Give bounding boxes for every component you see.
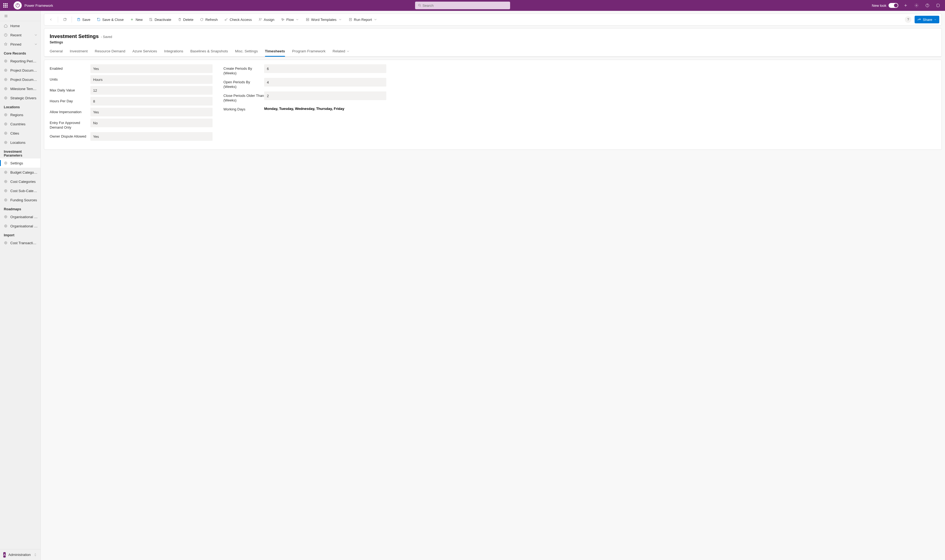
assign-button[interactable]: Assign [256, 15, 277, 24]
entity-icon [4, 78, 8, 82]
nav-cost-transactions[interactable]: Cost Transactions [0, 238, 40, 248]
help-button[interactable] [923, 0, 932, 11]
label-close-periods: Close Periods Older Than (Weeks) [224, 91, 264, 103]
save-close-button[interactable]: Save & Close [94, 15, 126, 24]
global-search[interactable] [415, 2, 510, 9]
word-templates-button[interactable]: Word Templates [303, 15, 344, 24]
nav-cities[interactable]: Cities [0, 129, 40, 138]
nav-locations[interactable]: Locations [0, 138, 40, 147]
gear-icon [914, 3, 919, 8]
flow-button[interactable]: Flow [278, 15, 302, 24]
tab-integrations[interactable]: Integrations [164, 49, 183, 57]
nav-project-doc-1[interactable]: Project Document... [0, 66, 40, 75]
nav-home[interactable]: Home [0, 21, 40, 31]
refresh-icon [200, 18, 203, 22]
field-hours-per-day[interactable]: 8 [90, 97, 213, 106]
nav-funding-sources[interactable]: Funding Sources [0, 195, 40, 205]
entity-icon [4, 59, 8, 63]
svg-rect-55 [306, 18, 309, 21]
tab-related[interactable]: Related [333, 49, 350, 57]
field-working-days[interactable]: Monday, Tuesday, Wednesday, Thursday, Fr… [264, 105, 386, 112]
svg-point-27 [5, 133, 6, 134]
nav-milestone-templates[interactable]: Milestone Templa... [0, 84, 40, 93]
arrow-left-icon [49, 18, 53, 22]
deactivate-icon [149, 18, 153, 22]
svg-point-53 [225, 19, 226, 21]
entity-icon [4, 180, 8, 183]
copilot-button[interactable] [934, 0, 943, 11]
tab-timesheets[interactable]: Timesheets [265, 49, 285, 57]
nav-org-ev-2[interactable]: Organisational Ev... [0, 222, 40, 231]
check-access-button[interactable]: Check Access [222, 15, 254, 24]
tab-resource-demand[interactable]: Resource Demand [95, 49, 125, 57]
svg-point-19 [5, 88, 6, 89]
form-help-button[interactable]: ? [905, 16, 911, 23]
sidebar-collapse-button[interactable] [0, 11, 40, 21]
save-close-icon [97, 18, 101, 22]
nav-recent[interactable]: Recent [0, 31, 40, 40]
share-button[interactable]: Share [914, 16, 939, 23]
back-button[interactable] [46, 15, 55, 24]
field-max-daily[interactable]: 12 [90, 86, 213, 95]
clock-icon [4, 33, 8, 37]
form-body: EnabledYes UnitsHours Max Daily Value12 … [44, 60, 942, 150]
new-look-toggle[interactable]: New look [872, 3, 898, 8]
refresh-button[interactable]: Refresh [197, 15, 220, 24]
nav-pinned[interactable]: Pinned [0, 40, 40, 49]
area-badge: A [3, 552, 6, 558]
entity-icon [4, 87, 8, 91]
nav-cost-categories[interactable]: Cost Categories [0, 177, 40, 186]
nav-settings[interactable]: Settings [0, 158, 40, 168]
nav-strategic-drivers[interactable]: Strategic Drivers [0, 93, 40, 103]
svg-point-14 [5, 60, 7, 62]
tab-investment[interactable]: Investment [70, 49, 88, 57]
entity-icon [4, 224, 8, 228]
entity-icon [4, 96, 8, 100]
label-working-days: Working Days [224, 105, 264, 112]
svg-rect-47 [64, 18, 66, 21]
open-new-window-button[interactable] [60, 15, 69, 24]
nav-project-doc-2[interactable]: Project Document... [0, 75, 40, 84]
field-dispute[interactable]: Yes [90, 132, 213, 141]
area-switcher[interactable]: A Administration [0, 549, 40, 560]
form-selector[interactable]: Settings [50, 40, 936, 44]
svg-point-44 [5, 225, 7, 227]
delete-button[interactable]: Delete [175, 15, 196, 24]
new-button[interactable]: New [127, 15, 145, 24]
tab-azure-services[interactable]: Azure Services [133, 49, 157, 57]
nav-countries[interactable]: Countries [0, 119, 40, 129]
nav-regions[interactable]: Regions [0, 110, 40, 119]
toggle-switch[interactable] [888, 3, 898, 8]
field-enabled[interactable]: Yes [90, 64, 213, 73]
label-hours-per-day: Hours Per Day [50, 97, 90, 104]
nav-budget-categories[interactable]: Budget Categories [0, 168, 40, 177]
deactivate-button[interactable]: Deactivate [146, 15, 174, 24]
svg-point-54 [259, 18, 261, 20]
flow-icon [281, 18, 285, 22]
tab-misc-settings[interactable]: Misc. Settings [235, 49, 258, 57]
field-open-periods[interactable]: 4 [264, 78, 386, 86]
chevron-down-icon [373, 18, 377, 22]
app-launcher-button[interactable] [0, 0, 11, 11]
add-button[interactable] [901, 0, 910, 11]
nav-org-ev-1[interactable]: Organisational Ev... [0, 212, 40, 222]
svg-point-43 [5, 225, 6, 226]
field-units[interactable]: Hours [90, 75, 213, 84]
settings-button[interactable] [912, 0, 921, 11]
svg-point-6 [916, 5, 917, 6]
svg-point-16 [5, 69, 7, 71]
nav-cost-sub-categories[interactable]: Cost Sub-Categor... [0, 186, 40, 195]
field-approved-only[interactable]: No [90, 118, 213, 127]
field-close-periods[interactable]: 2 [264, 91, 386, 100]
save-button[interactable]: Save [74, 15, 93, 24]
field-impersonation[interactable]: Yes [90, 108, 213, 116]
field-create-periods[interactable]: 6 [264, 64, 386, 73]
tab-program-framework[interactable]: Program Framework [292, 49, 325, 57]
run-report-button[interactable]: Run Report [346, 15, 380, 24]
group-core-records: Core Records [0, 49, 40, 57]
nav-reporting-periods[interactable]: Reporting Periods [0, 57, 40, 66]
tab-baselines[interactable]: Baselines & Snapshots [190, 49, 228, 57]
svg-point-36 [5, 180, 7, 183]
tab-general[interactable]: General [50, 49, 63, 57]
search-input[interactable] [422, 3, 507, 8]
